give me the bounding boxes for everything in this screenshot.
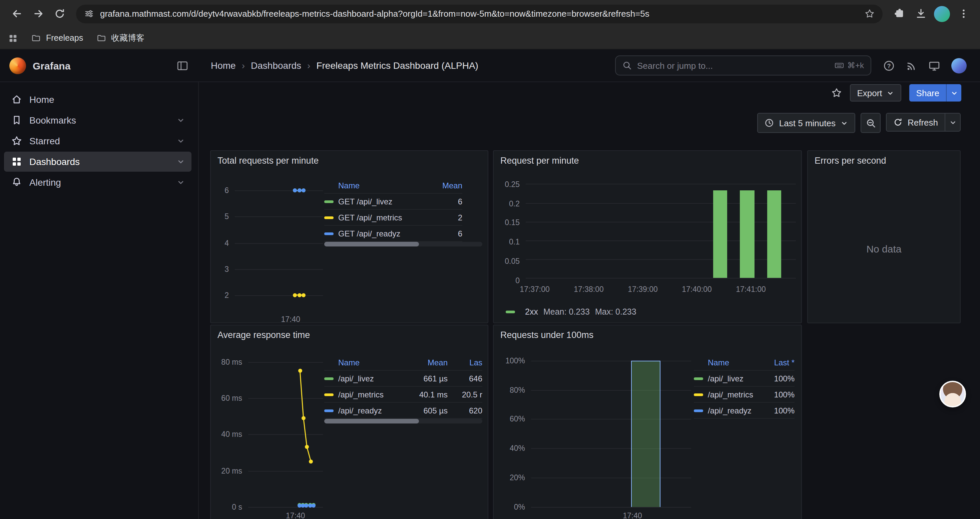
share-button-caret[interactable] [946,84,961,102]
legend-header[interactable]: Last * [762,358,795,367]
legend-header[interactable]: Name [324,181,426,190]
x-axis: 17:40 [235,312,323,323]
panel-title[interactable]: Average response time [218,330,310,340]
downloads-icon[interactable] [911,4,931,24]
legend-cell: 2 [432,213,462,222]
share-button-main[interactable]: Share [910,84,946,102]
url-text[interactable]: grafana.mathmast.com/d/deytv4rwavabkb/fr… [100,9,859,19]
sidebar-item-home[interactable]: Home [4,89,191,110]
grafana-header: Grafana Home›Dashboards›Freeleaps Metric… [0,50,980,82]
sidebar-toggle-icon[interactable] [177,60,188,71]
legend-header[interactable]: Mean [432,181,462,190]
legend-row[interactable]: /api/_readyz605 µs620 [324,403,482,419]
breadcrumb: Home›Dashboards›Freeleaps Metrics Dashbo… [211,60,478,71]
bookmark-folder-freeleaps[interactable]: Freeleaps [31,33,83,43]
bookmark-folder-blogs[interactable]: 收藏博客 [96,32,145,44]
breadcrumb-item[interactable]: Home [211,60,236,71]
extensions-icon[interactable] [889,4,909,24]
chevron-down-icon [177,158,185,166]
y-axis: 80 ms60 ms40 ms20 ms0 s [216,355,245,507]
panel-title[interactable]: Total requests per minute [218,156,318,166]
gridline [526,259,796,260]
sidebar-item-label: Alerting [29,177,61,188]
legend-scrollbar[interactable] [324,419,482,423]
x-tick-label: 17:38:00 [574,285,604,293]
zoom-out-button[interactable] [861,113,881,133]
panel-average-response-time[interactable]: Average response time 80 ms60 ms40 ms20 … [210,325,488,519]
brand-name: Grafana [33,60,70,71]
news-rss-icon[interactable] [906,60,917,71]
user-avatar[interactable] [951,58,967,73]
chart-bar [740,190,754,278]
legend-header[interactable]: Las [453,358,482,367]
help-icon[interactable]: ? [883,60,895,71]
home-icon [11,94,22,105]
x-tick-label: 17:40:00 [682,285,712,293]
panel-request-per-minute[interactable]: Request per minute 0.250.20.150.10.050 1… [493,150,802,323]
panel-title[interactable]: Requests under 100ms [500,330,593,340]
url-bar[interactable]: grafana.mathmast.com/d/deytv4rwavabkb/fr… [76,4,883,23]
legend-inline: 2xxMean: 0.233Max: 0.233 [506,307,636,316]
legend-row[interactable]: GET /api/_livez6 [324,194,462,210]
panel-errors-per-second[interactable]: Errors per second No data [807,150,961,323]
panel-requests-under-100ms[interactable]: Requests under 100ms 100%80%60%40%20%0% … [493,325,802,519]
sidebar-item-starred[interactable]: Starred [4,131,191,151]
legend-cell: /api/_metrics [694,390,757,399]
bookmarks-bar: Freeleaps 收藏博客 [0,27,980,50]
sidebar-item-dashboards[interactable]: Dashboards [4,152,191,172]
no-data-message: No data [808,243,960,254]
chat-widget-avatar[interactable] [939,381,966,407]
legend-scrollbar[interactable] [324,242,482,246]
legend-scrollbar-thumb[interactable] [324,242,419,246]
panel-total-requests[interactable]: Total requests per minute 65432 17:40 Na… [210,150,488,323]
reload-button[interactable] [49,4,69,24]
breadcrumb-item[interactable]: Freeleaps Metrics Dashboard (ALPHA) [316,60,478,71]
legend-row[interactable]: GET /api/_metrics2 [324,210,462,226]
series-color-swatch [324,216,334,219]
legend-scrollbar-thumb[interactable] [324,419,419,423]
grafana-logo[interactable] [10,57,26,74]
browser-menu-icon[interactable] [953,4,973,24]
legend-row[interactable]: /api/_readyz100% [694,403,795,419]
legend-header[interactable]: Mean [409,358,448,367]
sidebar-item-bookmarks[interactable]: Bookmarks [4,110,191,130]
apps-grid-icon[interactable] [8,33,18,43]
legend-cell: 6 [432,197,462,206]
site-settings-icon[interactable] [84,9,94,19]
gridline [526,222,796,222]
refresh-interval-caret[interactable] [945,113,960,131]
forward-button[interactable] [28,4,48,24]
breadcrumb-separator: › [242,60,245,71]
legend-row[interactable]: /api/_livez100% [694,371,795,387]
series-color-swatch [324,409,334,412]
series-color-swatch [506,311,515,313]
chevron-down-icon [177,116,185,124]
export-button[interactable]: Export [850,84,901,102]
x-axis: 17:40 [531,508,691,519]
plot-area [531,355,691,507]
time-range-picker[interactable]: Last 5 minutes [757,113,856,133]
legend-row[interactable]: /api/_livez661 µs646 [324,371,482,387]
legend-header[interactable]: Name [694,358,757,367]
profile-avatar[interactable] [932,4,952,24]
sidebar-item-alerting[interactable]: Alerting [4,172,191,192]
panel-title[interactable]: Request per minute [500,156,579,166]
bookmark-star-icon[interactable] [865,9,875,19]
legend-row[interactable]: /api/_metrics40.1 ms20.5 r [324,387,482,403]
legend-item[interactable]: 2xxMean: 0.233Max: 0.233 [506,307,636,316]
y-axis: 0.250.20.150.10.050 [499,178,523,281]
monitor-icon[interactable] [929,60,940,71]
breadcrumb-item[interactable]: Dashboards [251,60,301,71]
favorite-star-icon[interactable] [831,88,842,98]
refresh-button-main[interactable]: Refresh [887,113,945,131]
panel-title[interactable]: Errors per second [815,156,886,166]
back-button[interactable] [7,4,27,24]
y-tick-label: 60% [510,415,525,423]
search-input[interactable]: Search or jump to... ⌘+k [615,56,871,75]
legend-row[interactable]: GET /api/_readyz6 [324,226,462,242]
share-button: Share [910,84,961,102]
series-color-swatch [324,377,334,380]
legend-header[interactable]: Name [324,358,404,367]
chart-point [312,504,315,508]
legend-row[interactable]: /api/_metrics100% [694,387,795,403]
